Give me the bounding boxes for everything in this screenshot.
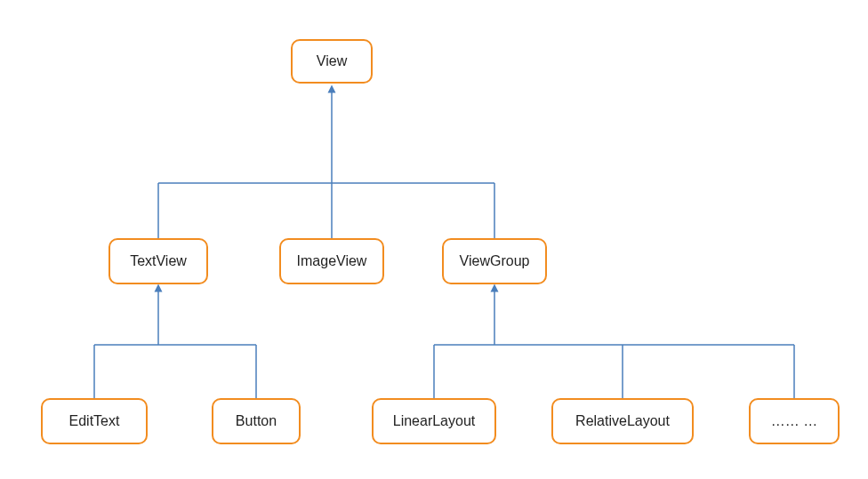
node-imageview-label: ImageView: [297, 253, 367, 269]
node-view: View: [291, 39, 373, 84]
node-relativelayout: RelativeLayout: [551, 398, 694, 444]
node-edittext-label: EditText: [69, 413, 120, 429]
node-viewgroup: ViewGroup: [442, 238, 547, 284]
node-ellipsis: …… …: [749, 398, 840, 444]
node-button: Button: [212, 398, 301, 444]
node-ellipsis-label: …… …: [771, 413, 817, 429]
node-viewgroup-label: ViewGroup: [460, 253, 530, 269]
node-textview: TextView: [108, 238, 208, 284]
node-textview-label: TextView: [130, 253, 187, 269]
node-edittext: EditText: [41, 398, 148, 444]
node-view-label: View: [317, 53, 347, 69]
diagram-canvas: View TextView ImageView ViewGroup EditTe…: [0, 0, 868, 479]
node-linearlayout-label: LinearLayout: [393, 413, 476, 429]
node-button-label: Button: [236, 413, 277, 429]
node-linearlayout: LinearLayout: [372, 398, 496, 444]
node-imageview: ImageView: [279, 238, 384, 284]
node-relativelayout-label: RelativeLayout: [575, 413, 670, 429]
